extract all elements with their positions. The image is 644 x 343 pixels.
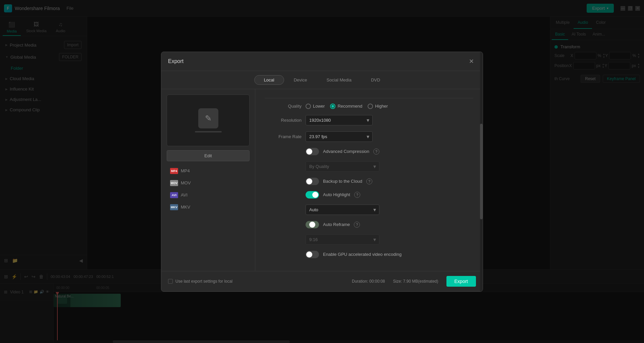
quality-recommend-radio[interactable] bbox=[330, 104, 335, 109]
quality-recommend-label: Recommend bbox=[337, 104, 362, 109]
modal-tab-device[interactable]: Device bbox=[284, 75, 317, 85]
modal-title: Export bbox=[168, 58, 183, 64]
resolution-select[interactable]: 1920x1080 1280x720 3840x2160 bbox=[306, 115, 373, 125]
quality-higher-label: Higher bbox=[375, 104, 388, 109]
backup-cloud-toggle[interactable] bbox=[306, 178, 319, 185]
advanced-compression-info-icon[interactable]: ? bbox=[373, 149, 379, 155]
backup-cloud-label: Backup to the Cloud bbox=[323, 179, 362, 184]
gpu-knob bbox=[306, 251, 312, 258]
quality-row: Quality Lower Recommend High bbox=[265, 104, 473, 109]
use-last-settings-checkbox[interactable] bbox=[168, 279, 173, 284]
backup-cloud-knob bbox=[306, 178, 312, 184]
format-item-mov[interactable]: MOV MOV bbox=[167, 177, 250, 189]
modal-scrollbar-thumb bbox=[480, 124, 483, 220]
quality-label: Quality bbox=[265, 104, 302, 109]
modal-header: Export ✕ bbox=[161, 52, 483, 71]
modal-tab-dvd[interactable]: DVD bbox=[361, 75, 390, 85]
preview-bar bbox=[195, 131, 222, 132]
mkv-label: MKV bbox=[181, 205, 190, 210]
modal-tabs: Local Device Social Media DVD bbox=[161, 71, 483, 89]
footer-right: Duration: 00:00:08 Size: 7.90 MB(estimat… bbox=[352, 276, 476, 287]
modal-tab-local[interactable]: Local bbox=[254, 75, 284, 85]
avi-icon: AVI bbox=[170, 192, 178, 198]
mp4-label: MP4 bbox=[181, 168, 190, 173]
auto-reframe-dropdown-row: 9:16 4:3 1:1 16:9 21:9 bbox=[306, 234, 473, 245]
modal-format-panel: ✎ Edit MP4 MP4 MOV MOV AVI AVI bbox=[161, 89, 255, 271]
quality-lower-radio[interactable] bbox=[306, 104, 311, 109]
modal-scrollbar-track[interactable] bbox=[480, 89, 483, 271]
quality-radio-group: Lower Recommend Higher bbox=[306, 104, 473, 109]
resolution-row: Resolution 1920x1080 1280x720 3840x2160 bbox=[265, 115, 473, 125]
frame-rate-controls: 23.97 fps 24 fps 25 fps 29.97 fps 30 fps… bbox=[306, 131, 473, 142]
advanced-compression-toggle[interactable] bbox=[306, 148, 319, 155]
size-info: Size: 7.90 MB(estimated) bbox=[393, 279, 438, 284]
auto-highlight-row: Auto Highlight ? bbox=[265, 191, 473, 198]
gpu-toggle[interactable] bbox=[306, 251, 319, 258]
quality-higher-radio[interactable] bbox=[368, 104, 373, 109]
settings-divider-top bbox=[265, 98, 473, 98]
format-preview: ✎ bbox=[167, 95, 250, 146]
auto-highlight-select[interactable]: Auto Manual bbox=[306, 205, 379, 215]
auto-select-wrapper: Auto Manual bbox=[306, 205, 379, 215]
advanced-compression-label: Advanced Compression bbox=[323, 149, 369, 154]
export-modal: Export ✕ Local Device Social Media DVD ✎… bbox=[161, 52, 483, 292]
gpu-encoding-row: Enable GPU accelerated video encoding bbox=[265, 251, 473, 258]
reframe-select-wrapper: 9:16 4:3 1:1 16:9 21:9 bbox=[306, 234, 379, 245]
quality-higher-option[interactable]: Higher bbox=[368, 104, 388, 109]
duration-info: Duration: 00:00:08 bbox=[352, 279, 385, 284]
mov-icon: MOV bbox=[170, 180, 178, 186]
auto-reframe-knob bbox=[309, 222, 315, 228]
format-item-avi[interactable]: AVI AVI bbox=[167, 189, 250, 201]
preview-edit-icon: ✎ bbox=[198, 108, 218, 128]
modal-footer: Use last export settings for local Durat… bbox=[161, 271, 483, 291]
auto-reframe-controls: Auto Reframe ? bbox=[306, 221, 473, 228]
modal-close-button[interactable]: ✕ bbox=[467, 57, 476, 66]
auto-highlight-controls: Auto Highlight ? bbox=[306, 191, 473, 198]
edit-button[interactable]: Edit bbox=[167, 150, 250, 161]
auto-highlight-dropdown-row: Auto Manual bbox=[306, 205, 473, 215]
frame-rate-select-wrapper: 23.97 fps 24 fps 25 fps 29.97 fps 30 fps… bbox=[306, 131, 373, 142]
mkv-icon: MKV bbox=[170, 204, 178, 210]
backup-cloud-controls: Backup to the Cloud ? bbox=[306, 178, 473, 185]
quality-recommend-option[interactable]: Recommend bbox=[330, 104, 362, 109]
gpu-controls: Enable GPU accelerated video encoding bbox=[306, 251, 473, 258]
advanced-compression-row: Advanced Compression ? bbox=[265, 148, 473, 155]
modal-settings-panel: Quality Lower Recommend High bbox=[255, 89, 483, 271]
format-list: MP4 MP4 MOV MOV AVI AVI MKV MKV bbox=[167, 165, 250, 213]
gpu-label: Enable GPU accelerated video encoding bbox=[323, 252, 401, 257]
by-quality-row: By Quality By Bitrate bbox=[306, 161, 473, 172]
auto-highlight-label: Auto Highlight bbox=[323, 192, 350, 197]
resolution-label: Resolution bbox=[265, 118, 302, 123]
auto-reframe-toggle[interactable] bbox=[306, 221, 319, 228]
advanced-compression-controls: Advanced Compression ? bbox=[306, 148, 473, 155]
auto-highlight-toggle[interactable] bbox=[306, 191, 319, 198]
by-quality-select-wrapper: By Quality By Bitrate bbox=[306, 161, 379, 172]
auto-reframe-row: Auto Reframe ? bbox=[265, 221, 473, 228]
resolution-select-wrapper: 1920x1080 1280x720 3840x2160 bbox=[306, 115, 373, 125]
auto-reframe-select[interactable]: 9:16 4:3 1:1 16:9 21:9 bbox=[306, 234, 379, 245]
auto-reframe-label: Auto Reframe bbox=[323, 222, 350, 227]
advanced-compression-knob bbox=[306, 149, 312, 155]
modal-body: ✎ Edit MP4 MP4 MOV MOV AVI AVI bbox=[161, 89, 483, 271]
footer-export-button[interactable]: Export bbox=[446, 276, 476, 287]
mp4-icon: MP4 bbox=[170, 168, 178, 174]
modal-tab-social-media[interactable]: Social Media bbox=[317, 75, 361, 85]
by-quality-select[interactable]: By Quality By Bitrate bbox=[306, 161, 379, 172]
quality-lower-option[interactable]: Lower bbox=[306, 104, 325, 109]
auto-highlight-info-icon[interactable]: ? bbox=[354, 192, 360, 198]
frame-rate-select[interactable]: 23.97 fps 24 fps 25 fps 29.97 fps 30 fps… bbox=[306, 131, 373, 142]
mov-label: MOV bbox=[181, 180, 191, 185]
auto-highlight-knob bbox=[312, 192, 318, 198]
footer-left: Use last export settings for local bbox=[168, 279, 232, 284]
auto-reframe-info-icon[interactable]: ? bbox=[354, 222, 360, 228]
backup-cloud-info-icon[interactable]: ? bbox=[366, 178, 372, 184]
format-item-mkv[interactable]: MKV MKV bbox=[167, 202, 250, 213]
avi-label: AVI bbox=[181, 192, 187, 197]
frame-rate-label: Frame Rate bbox=[265, 134, 302, 139]
frame-rate-row: Frame Rate 23.97 fps 24 fps 25 fps 29.97… bbox=[265, 131, 473, 142]
backup-cloud-row: Backup to the Cloud ? bbox=[265, 178, 473, 185]
resolution-controls: 1920x1080 1280x720 3840x2160 bbox=[306, 115, 473, 125]
format-item-mp4[interactable]: MP4 MP4 bbox=[167, 165, 250, 177]
quality-lower-label: Lower bbox=[313, 104, 325, 109]
use-last-settings-label: Use last export settings for local bbox=[175, 279, 232, 284]
